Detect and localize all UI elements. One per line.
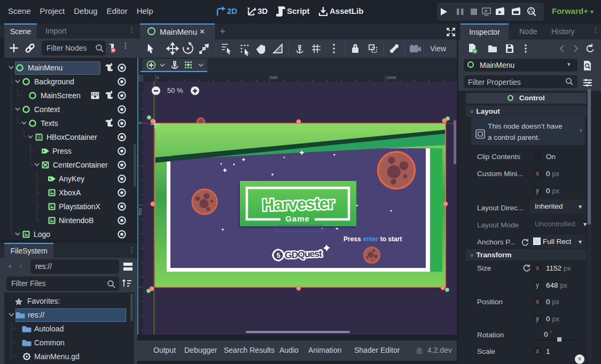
svg-text:HBoxContainer: HBoxContainer	[46, 133, 97, 141]
svg-text:Game: Game	[285, 214, 310, 223]
svg-text:Background: Background	[34, 77, 74, 86]
svg-text:1000: 1000	[387, 75, 396, 80]
svg-text:Favorites:: Favorites:	[27, 297, 60, 305]
svg-text:Context: Context	[34, 105, 60, 114]
svg-text:Press enter to start: Press enter to start	[344, 235, 402, 243]
svg-text:res://: res://	[28, 311, 44, 319]
svg-text:Texts: Texts	[41, 119, 58, 128]
svg-text:PlaystationX: PlaystationX	[59, 202, 100, 211]
svg-text:50 %: 50 %	[167, 86, 183, 94]
svg-text:500: 500	[138, 208, 143, 215]
svg-text:NintendoB: NintendoB	[59, 216, 93, 225]
svg-text:Autoload: Autoload	[34, 325, 64, 333]
svg-text:XboxA: XboxA	[59, 188, 81, 197]
svg-text:GDQuest: GDQuest	[285, 248, 323, 261]
svg-text:MainScreen: MainScreen	[41, 91, 81, 100]
svg-text:Press: Press	[52, 147, 72, 155]
svg-text:CenterContainer: CenterContainer	[53, 161, 108, 169]
svg-text:5: 5	[276, 251, 280, 259]
svg-text:0: 0	[157, 75, 159, 80]
svg-text:Logo: Logo	[34, 230, 50, 239]
svg-text:AnyKey: AnyKey	[59, 175, 84, 183]
svg-text:Harvester: Harvester	[262, 194, 335, 215]
svg-text:0: 0	[138, 121, 143, 124]
svg-text:View: View	[430, 44, 447, 53]
svg-text:MainMenu: MainMenu	[28, 64, 63, 72]
svg-text:MainMenu.gd: MainMenu.gd	[34, 352, 80, 361]
svg-text:500: 500	[270, 75, 278, 80]
svg-text:Common: Common	[34, 338, 65, 347]
